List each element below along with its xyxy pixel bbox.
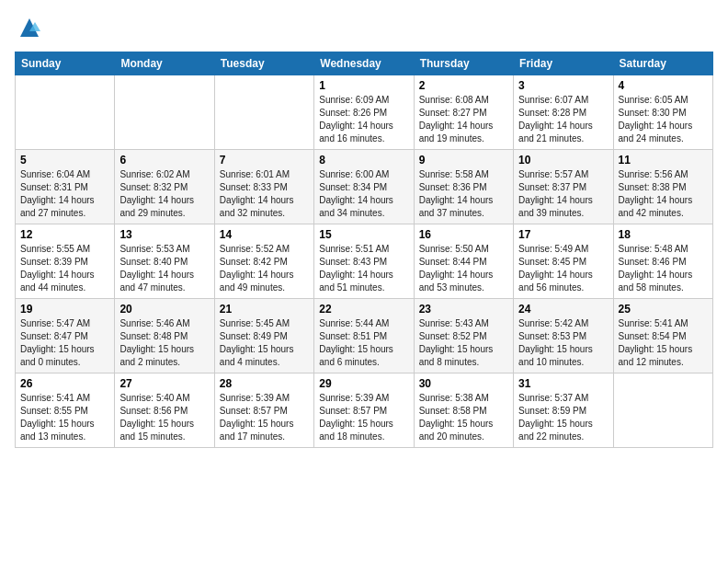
calendar-cell: 18Sunrise: 5:48 AMSunset: 8:46 PMDayligh… <box>613 224 712 299</box>
day-number: 19 <box>20 303 109 316</box>
cell-content: Sunrise: 5:41 AMSunset: 8:55 PMDaylight:… <box>20 392 109 443</box>
day-number: 31 <box>518 377 608 390</box>
day-of-week-header: Friday <box>514 52 613 75</box>
cell-content: Sunrise: 5:39 AMSunset: 8:57 PMDaylight:… <box>319 392 408 443</box>
calendar-week-row: 1Sunrise: 6:09 AMSunset: 8:26 PMDaylight… <box>16 75 713 150</box>
calendar-cell: 12Sunrise: 5:55 AMSunset: 8:39 PMDayligh… <box>16 224 115 299</box>
day-number: 10 <box>518 154 608 167</box>
day-number: 4 <box>619 79 708 92</box>
calendar-cell: 23Sunrise: 5:43 AMSunset: 8:52 PMDayligh… <box>414 299 513 373</box>
cell-content: Sunrise: 5:44 AMSunset: 8:51 PMDaylight:… <box>319 317 408 369</box>
cell-content: Sunrise: 6:07 AMSunset: 8:28 PMDaylight:… <box>518 94 608 145</box>
day-number: 1 <box>319 79 408 92</box>
day-of-week-header: Tuesday <box>214 52 313 75</box>
day-of-week-header: Thursday <box>414 52 513 75</box>
calendar-cell: 22Sunrise: 5:44 AMSunset: 8:51 PMDayligh… <box>314 299 414 373</box>
day-number: 30 <box>419 377 508 390</box>
calendar-cell <box>115 75 214 150</box>
day-number: 27 <box>119 377 209 390</box>
calendar-cell: 7Sunrise: 6:01 AMSunset: 8:33 PMDaylight… <box>214 150 313 224</box>
cell-content: Sunrise: 5:37 AMSunset: 8:59 PMDaylight:… <box>518 392 608 443</box>
calendar-cell: 24Sunrise: 5:42 AMSunset: 8:53 PMDayligh… <box>514 299 613 373</box>
cell-content: Sunrise: 5:53 AMSunset: 8:40 PMDaylight:… <box>119 243 209 294</box>
cell-content: Sunrise: 5:58 AMSunset: 8:36 PMDaylight:… <box>419 168 508 220</box>
cell-content: Sunrise: 5:57 AMSunset: 8:37 PMDaylight:… <box>518 168 608 220</box>
calendar-cell: 28Sunrise: 5:39 AMSunset: 8:57 PMDayligh… <box>214 373 313 448</box>
day-number: 29 <box>319 377 408 390</box>
cell-content: Sunrise: 5:45 AMSunset: 8:49 PMDaylight:… <box>220 317 309 369</box>
calendar-cell: 3Sunrise: 6:07 AMSunset: 8:28 PMDaylight… <box>514 75 613 150</box>
calendar-cell: 26Sunrise: 5:41 AMSunset: 8:55 PMDayligh… <box>16 373 115 448</box>
day-number: 6 <box>119 154 209 167</box>
calendar-cell: 5Sunrise: 6:04 AMSunset: 8:31 PMDaylight… <box>16 150 115 224</box>
calendar-week-row: 26Sunrise: 5:41 AMSunset: 8:55 PMDayligh… <box>16 373 713 448</box>
cell-content: Sunrise: 5:42 AMSunset: 8:53 PMDaylight:… <box>518 317 608 369</box>
cell-content: Sunrise: 5:56 AMSunset: 8:38 PMDaylight:… <box>619 168 708 220</box>
day-number: 26 <box>20 377 109 390</box>
calendar-header-row: SundayMondayTuesdayWednesdayThursdayFrid… <box>16 52 713 75</box>
day-number: 13 <box>119 228 209 241</box>
calendar-cell: 14Sunrise: 5:52 AMSunset: 8:42 PMDayligh… <box>214 224 313 299</box>
calendar-cell: 1Sunrise: 6:09 AMSunset: 8:26 PMDaylight… <box>314 75 414 150</box>
page-header <box>15 15 713 40</box>
calendar-table: SundayMondayTuesdayWednesdayThursdayFrid… <box>15 52 713 448</box>
day-number: 3 <box>518 79 608 92</box>
day-number: 11 <box>619 154 708 167</box>
day-number: 24 <box>518 303 608 316</box>
calendar-cell: 20Sunrise: 5:46 AMSunset: 8:48 PMDayligh… <box>115 299 214 373</box>
calendar-cell: 30Sunrise: 5:38 AMSunset: 8:58 PMDayligh… <box>414 373 513 448</box>
cell-content: Sunrise: 5:41 AMSunset: 8:54 PMDaylight:… <box>619 317 708 369</box>
cell-content: Sunrise: 6:00 AMSunset: 8:34 PMDaylight:… <box>319 168 408 220</box>
day-number: 15 <box>319 228 408 241</box>
day-number: 2 <box>419 79 508 92</box>
calendar-cell: 6Sunrise: 6:02 AMSunset: 8:32 PMDaylight… <box>115 150 214 224</box>
calendar-cell <box>16 75 115 150</box>
day-number: 23 <box>419 303 508 316</box>
cell-content: Sunrise: 6:01 AMSunset: 8:33 PMDaylight:… <box>220 168 309 220</box>
calendar-cell: 8Sunrise: 6:00 AMSunset: 8:34 PMDaylight… <box>314 150 414 224</box>
day-of-week-header: Wednesday <box>314 52 414 75</box>
day-number: 22 <box>319 303 408 316</box>
logo-icon <box>17 15 42 40</box>
day-number: 28 <box>220 377 309 390</box>
day-number: 8 <box>319 154 408 167</box>
cell-content: Sunrise: 5:49 AMSunset: 8:45 PMDaylight:… <box>518 243 608 294</box>
cell-content: Sunrise: 5:50 AMSunset: 8:44 PMDaylight:… <box>419 243 508 294</box>
calendar-cell: 4Sunrise: 6:05 AMSunset: 8:30 PMDaylight… <box>613 75 712 150</box>
cell-content: Sunrise: 5:52 AMSunset: 8:42 PMDaylight:… <box>220 243 309 294</box>
cell-content: Sunrise: 5:43 AMSunset: 8:52 PMDaylight:… <box>419 317 508 369</box>
cell-content: Sunrise: 6:09 AMSunset: 8:26 PMDaylight:… <box>319 94 408 145</box>
calendar-cell: 11Sunrise: 5:56 AMSunset: 8:38 PMDayligh… <box>613 150 712 224</box>
calendar-cell: 9Sunrise: 5:58 AMSunset: 8:36 PMDaylight… <box>414 150 513 224</box>
day-number: 21 <box>220 303 309 316</box>
calendar-cell: 16Sunrise: 5:50 AMSunset: 8:44 PMDayligh… <box>414 224 513 299</box>
calendar-cell: 2Sunrise: 6:08 AMSunset: 8:27 PMDaylight… <box>414 75 513 150</box>
calendar-week-row: 12Sunrise: 5:55 AMSunset: 8:39 PMDayligh… <box>16 224 713 299</box>
logo <box>15 15 42 40</box>
cell-content: Sunrise: 5:47 AMSunset: 8:47 PMDaylight:… <box>20 317 109 369</box>
calendar-cell: 19Sunrise: 5:47 AMSunset: 8:47 PMDayligh… <box>16 299 115 373</box>
calendar-cell: 10Sunrise: 5:57 AMSunset: 8:37 PMDayligh… <box>514 150 613 224</box>
calendar-cell: 17Sunrise: 5:49 AMSunset: 8:45 PMDayligh… <box>514 224 613 299</box>
cell-content: Sunrise: 5:48 AMSunset: 8:46 PMDaylight:… <box>619 243 708 294</box>
cell-content: Sunrise: 5:51 AMSunset: 8:43 PMDaylight:… <box>319 243 408 294</box>
calendar-cell: 25Sunrise: 5:41 AMSunset: 8:54 PMDayligh… <box>613 299 712 373</box>
cell-content: Sunrise: 5:38 AMSunset: 8:58 PMDaylight:… <box>419 392 508 443</box>
calendar-cell: 29Sunrise: 5:39 AMSunset: 8:57 PMDayligh… <box>314 373 414 448</box>
day-of-week-header: Saturday <box>613 52 712 75</box>
day-number: 16 <box>419 228 508 241</box>
cell-content: Sunrise: 6:05 AMSunset: 8:30 PMDaylight:… <box>619 94 708 145</box>
calendar-cell: 15Sunrise: 5:51 AMSunset: 8:43 PMDayligh… <box>314 224 414 299</box>
cell-content: Sunrise: 5:40 AMSunset: 8:56 PMDaylight:… <box>119 392 209 443</box>
day-number: 7 <box>220 154 309 167</box>
day-of-week-header: Sunday <box>16 52 115 75</box>
day-of-week-header: Monday <box>115 52 214 75</box>
day-number: 20 <box>119 303 209 316</box>
day-number: 12 <box>20 228 109 241</box>
cell-content: Sunrise: 5:55 AMSunset: 8:39 PMDaylight:… <box>20 243 109 294</box>
calendar-cell <box>214 75 313 150</box>
calendar-cell: 13Sunrise: 5:53 AMSunset: 8:40 PMDayligh… <box>115 224 214 299</box>
calendar-cell: 21Sunrise: 5:45 AMSunset: 8:49 PMDayligh… <box>214 299 313 373</box>
cell-content: Sunrise: 6:02 AMSunset: 8:32 PMDaylight:… <box>119 168 209 220</box>
day-number: 14 <box>220 228 309 241</box>
